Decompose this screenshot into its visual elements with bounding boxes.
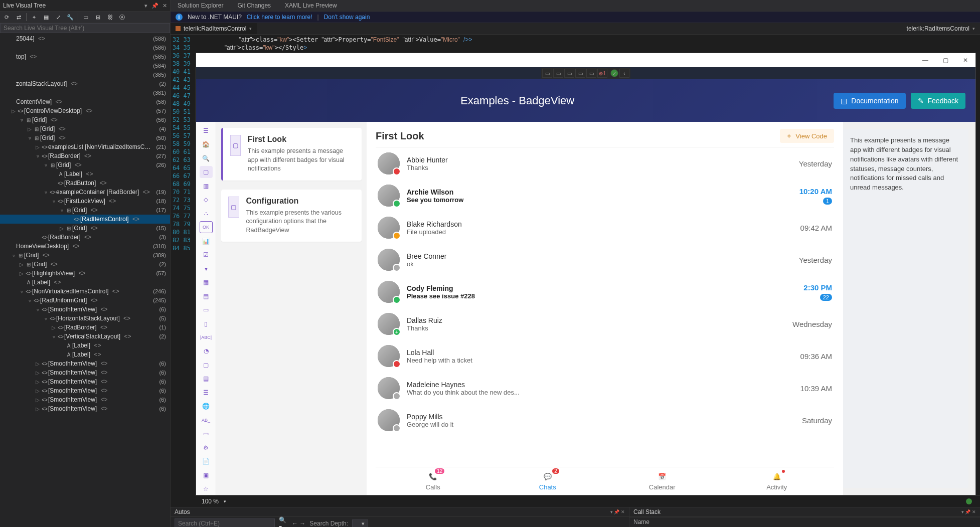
tree-row[interactable]: <>[RadItemsControl] <>	[0, 215, 170, 224]
lvt-search-input[interactable]	[4, 25, 167, 32]
menu-icon[interactable]: ☰	[200, 125, 213, 136]
tree-row[interactable]: ▿⊞[Grid] <>(17)	[0, 206, 170, 215]
target-icon[interactable]: ⌖	[30, 13, 39, 22]
example-card[interactable]: ▢ConfigurationThis example presents the …	[221, 190, 362, 242]
tree-row[interactable]: ▿<>exampleContainer [RadBorder] <>(19)	[0, 188, 170, 197]
dbg-ok-icon[interactable]: ✓	[610, 69, 618, 77]
tree-row[interactable]: <>[RadButton] <>	[0, 179, 170, 188]
dbg-hot-icon[interactable]: ▭	[586, 69, 596, 78]
tree-row[interactable]: top] <>(585)	[0, 52, 170, 61]
dbg-track-icon[interactable]: ▭	[575, 69, 585, 78]
chat-row[interactable]: Archie WilsonSee you tomorrow10:20 AM1	[376, 180, 834, 212]
rating-icon[interactable]: ☆	[200, 483, 213, 494]
border-icon[interactable]: ◇	[200, 194, 213, 205]
pin-icon[interactable]: 📌	[151, 3, 158, 9]
view-code-button[interactable]: ⟡ View Code	[780, 129, 834, 143]
tree-row[interactable]: ▷⊞[Grid] <>(15)	[0, 224, 170, 233]
tree-row[interactable]: ▿⊞[Grid] <>(50)	[0, 133, 170, 142]
example-card[interactable]: ▢First LookThis example presents a messa…	[221, 128, 362, 181]
tree-row[interactable]: ▿<>[RadBorder] <>(27)	[0, 151, 170, 160]
dbg-error-icon[interactable]: ⊗1	[597, 69, 607, 78]
path-icon[interactable]: ⚙	[200, 442, 213, 453]
tree-row[interactable]: ▷<>[SmoothItemView] <>(6)	[0, 359, 170, 368]
tree-row[interactable]: ▿<>[HorizontalStackLayout] <>(5)	[0, 314, 170, 323]
tree-row[interactable]: ▷<>[SmoothItemView] <>(6)	[0, 404, 170, 413]
tree-row[interactable]: ▿<>[VerticalStackLayout] <>(2)	[0, 332, 170, 341]
zoom-dropdown-icon[interactable]: ▾	[224, 499, 226, 504]
checkbox-icon[interactable]: ☑	[200, 249, 213, 260]
tree-row[interactable]: A[Label] <>	[0, 278, 170, 287]
hide-icon[interactable]: ▭	[81, 13, 90, 22]
grid-icon[interactable]: ⊞	[93, 13, 102, 22]
dbg-collapse-icon[interactable]: ‹	[619, 69, 629, 78]
datagrid-icon[interactable]: ▦	[200, 276, 213, 288]
documentation-button[interactable]: ▤ Documentation	[834, 93, 905, 109]
tree-row[interactable]: ▿⊞[Grid] <>(309)	[0, 251, 170, 260]
tree-row[interactable]: ▿⊞[Grid] <>(26)	[0, 160, 170, 169]
tree-row[interactable]: (584)	[0, 61, 170, 70]
tree-row[interactable]: (381)	[0, 88, 170, 97]
code-area[interactable]: "attr">class="kw"><Setter "attr">Propert…	[196, 35, 980, 51]
numeric-icon[interactable]: ▭	[200, 428, 213, 440]
lvt-search[interactable]	[0, 23, 170, 33]
bottom-tab-calls[interactable]: 📞12Calls	[376, 471, 491, 491]
barcode-icon[interactable]: ▥	[200, 180, 213, 192]
minimize-icon[interactable]: —	[915, 53, 935, 67]
dock-icon[interactable]: ▯	[200, 318, 213, 329]
tree-row[interactable]: ▷<>[SmoothItemView] <>(6)	[0, 386, 170, 395]
itemscontrol-icon[interactable]: ▤	[200, 373, 213, 385]
tree-row[interactable]: ▿⊞[Grid] <>(56)	[0, 115, 170, 124]
dropdown-icon[interactable]: ▾ 📌 ✕	[610, 509, 625, 514]
tree-row[interactable]: ▷<>[SmoothItemView] <>(6)	[0, 368, 170, 377]
tree-row[interactable]: ContentView] <>(58)	[0, 97, 170, 106]
tree-row[interactable]: (586)	[0, 43, 170, 52]
dbg-layout-icon[interactable]: ▭	[553, 69, 563, 78]
combo-icon[interactable]: ▾	[200, 263, 213, 274]
chart-icon[interactable]: 📊	[200, 235, 213, 247]
layout-icon[interactable]: ▦	[42, 13, 51, 22]
home-icon[interactable]: 🏠	[200, 138, 213, 150]
search-icon[interactable]: 🔍 ▾	[279, 519, 288, 527]
chat-row[interactable]: Cody FlemingPlease see issue #2282:30 PM…	[376, 276, 834, 308]
maui-dismiss-link[interactable]: Don't show again	[324, 14, 370, 21]
maui-learn-link[interactable]: Click here to learn more!	[247, 14, 312, 21]
depth-arrows[interactable]: ← →	[292, 520, 305, 527]
pdf-icon[interactable]: 📄	[200, 455, 213, 467]
refresh-icon[interactable]: ⟳	[2, 13, 11, 22]
tab-git-changes[interactable]: Git Changes	[230, 0, 278, 11]
chat-row[interactable]: Bree ConnerokYesterday	[376, 244, 834, 276]
editor-tab-right[interactable]: telerik:RadItemsControl ▾	[899, 23, 980, 34]
image-icon[interactable]: ▢	[200, 359, 213, 371]
popup-icon[interactable]: ▣	[200, 469, 213, 481]
chat-row[interactable]: +Dallas RuizThanksWednesday	[376, 308, 834, 340]
tree-row[interactable]: ▷<>[SmoothItemView] <>(6)	[0, 377, 170, 386]
chat-row[interactable]: Lola HallNeed help with a ticket09:36 AM	[376, 340, 834, 372]
dbg-select-icon[interactable]: ▭	[542, 69, 552, 78]
tree-row[interactable]: (385)	[0, 70, 170, 79]
chat-row[interactable]: Poppy MillsGeorge will do itSaturday	[376, 404, 834, 436]
lvt-tree[interactable]: 25044] <>(588)(586)top] <>(585)(584)(385…	[0, 33, 170, 527]
tree-row[interactable]: ▷<>[SmoothItemView] <>(6)	[0, 395, 170, 404]
bottom-tab-calendar[interactable]: 📅Calendar	[605, 471, 720, 491]
tree-row[interactable]: ▿<>[RadUniformGrid] <>(245)	[0, 296, 170, 305]
dropdown-icon[interactable]: ▾	[144, 3, 147, 9]
tree-row[interactable]: zontalStackLayout] <>(2)	[0, 79, 170, 88]
tree-row[interactable]: A[Label] <>	[0, 341, 170, 350]
chat-row[interactable]: Abbie HunterThanksYesterday	[376, 147, 834, 180]
maximize-icon[interactable]: ▢	[935, 53, 955, 67]
tree-row[interactable]: ▷⊞[Grid] <>(4)	[0, 124, 170, 133]
list-icon[interactable]: ☰	[200, 387, 213, 398]
tree-row[interactable]: A[Label] <>	[0, 350, 170, 359]
chat-row[interactable]: Madeleine HaynesWhat do you think about …	[376, 372, 834, 404]
tab-xaml-preview[interactable]: XAML Live Preview	[278, 0, 344, 11]
chat-row[interactable]: Blake RichardsonFile uploaded09:42 AM	[376, 212, 834, 244]
busy-icon[interactable]: ∴	[200, 208, 213, 219]
close-icon[interactable]: ✕	[162, 3, 167, 9]
tree-row[interactable]: ▿<>[FirstLookView] <>(18)	[0, 197, 170, 206]
tree-row[interactable]: HomeViewDesktop] <>(310)	[0, 242, 170, 251]
gauge-icon[interactable]: ◔	[200, 345, 213, 357]
entry-icon[interactable]: |ABC|	[200, 331, 213, 343]
dataform-icon[interactable]: ▤	[200, 290, 213, 302]
editor-tab-left[interactable]: telerik:RadItemsControl ▾	[171, 23, 257, 34]
bottom-tab-activity[interactable]: 🔔Activity	[720, 471, 835, 491]
